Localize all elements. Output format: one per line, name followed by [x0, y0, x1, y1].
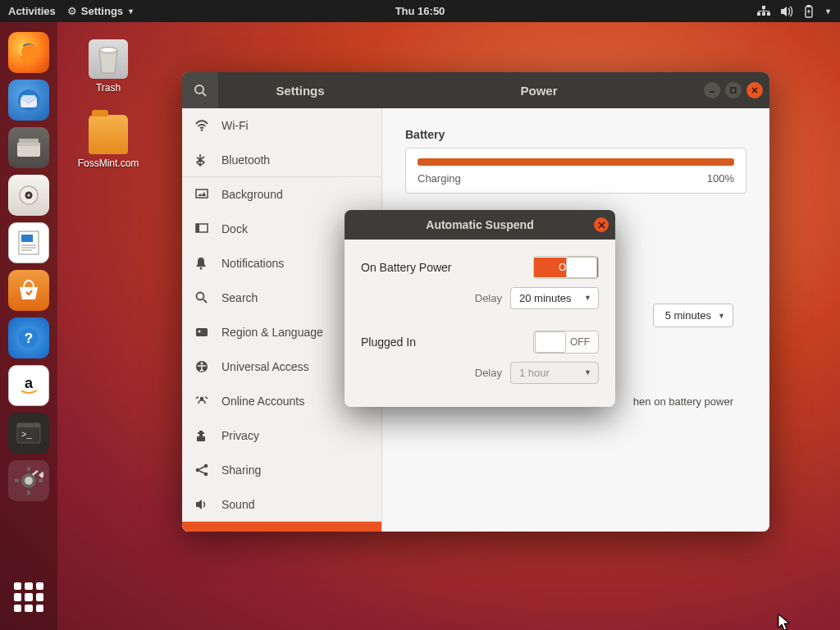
svg-rect-45: [196, 189, 208, 198]
sound-icon: [195, 499, 210, 510]
svg-point-54: [201, 362, 203, 364]
gear-icon: ⚙: [67, 5, 77, 17]
launcher-files[interactable]: [8, 127, 49, 168]
svg-text:a: a: [25, 375, 34, 391]
launcher-thunderbird[interactable]: [8, 80, 49, 121]
svg-rect-7: [769, 11, 769, 13]
volume-icon[interactable]: [780, 6, 793, 17]
battery-icon[interactable]: [803, 5, 815, 18]
battery-status: Charging: [418, 172, 461, 185]
battery-delay-select[interactable]: 20 minutes: [510, 287, 599, 309]
sidebar-item-privacy[interactable]: Privacy: [182, 418, 381, 453]
svg-rect-19: [21, 235, 33, 242]
svg-point-59: [196, 468, 200, 472]
trash-icon: [89, 39, 128, 79]
top-bar: Activities ⚙ Settings ▼ Thu 16:50 ▼: [0, 0, 840, 22]
accessibility-icon: [195, 360, 210, 373]
switch-knob: [566, 257, 597, 278]
battery-switch[interactable]: ON: [533, 256, 599, 279]
svg-point-44: [201, 129, 203, 130]
launcher-writer[interactable]: [8, 222, 49, 263]
launcher-settings[interactable]: [8, 460, 49, 501]
suspend-label-partial[interactable]: hen on battery power: [633, 395, 733, 408]
online-accounts-icon: [195, 395, 210, 407]
svg-point-49: [197, 293, 204, 300]
svg-rect-0: [762, 6, 765, 9]
sidebar-item-background[interactable]: Background: [182, 177, 381, 212]
sidebar-item-label: Sound: [221, 498, 254, 511]
launcher-terminal[interactable]: >_: [8, 413, 49, 454]
sidebar-item-label: Notifications: [221, 257, 284, 270]
dialog-close-button[interactable]: [594, 217, 609, 232]
minimize-button[interactable]: [704, 82, 720, 98]
sidebar-item-label: Region & Language: [221, 326, 323, 339]
background-icon: [195, 189, 210, 200]
mouse-cursor: [778, 614, 791, 630]
privacy-icon: [195, 429, 210, 442]
clock[interactable]: Thu 16:50: [395, 5, 445, 17]
plugged-in-label: Plugged In: [361, 336, 416, 349]
blank-screen-select[interactable]: 5 minutes: [653, 304, 733, 327]
titlebar[interactable]: Settings Power: [182, 72, 769, 108]
sidebar-item-wifi[interactable]: Wi-Fi: [182, 108, 381, 143]
close-button[interactable]: [746, 82, 763, 98]
svg-point-52: [199, 330, 201, 332]
sidebar-item-label: Search: [221, 291, 258, 304]
svg-rect-14: [17, 143, 40, 146]
region-icon: [195, 327, 210, 337]
desktop-icon-label: FossMint.com: [75, 158, 141, 169]
svg-line-50: [203, 299, 207, 303]
svg-point-55: [200, 396, 204, 400]
svg-rect-5: [759, 11, 769, 11]
switch-knob: [535, 331, 566, 353]
titlebar-subtitle: Settings: [218, 84, 382, 98]
activities-button[interactable]: Activities: [8, 5, 56, 17]
dialog-titlebar[interactable]: Automatic Suspend: [345, 210, 615, 240]
battery-card: Charging 100%: [405, 148, 746, 194]
status-menu-chevron[interactable]: ▼: [824, 7, 832, 16]
maximize-button[interactable]: [725, 82, 742, 98]
battery-progress-fill: [418, 158, 734, 166]
svg-rect-47: [196, 224, 199, 232]
launcher-amazon[interactable]: a: [8, 365, 49, 406]
svg-rect-33: [27, 491, 30, 495]
svg-text:?: ?: [25, 331, 33, 346]
launcher-software[interactable]: [8, 270, 49, 311]
launcher-rhythmbox[interactable]: [8, 175, 49, 216]
sidebar-item-label: Sharing: [221, 463, 261, 477]
svg-rect-41: [731, 88, 736, 93]
svg-rect-9: [808, 5, 810, 7]
sidebar-item-sharing[interactable]: Sharing: [182, 453, 381, 487]
sidebar-item-label: Bluetooth: [221, 153, 270, 167]
sidebar-item-sound[interactable]: Sound: [182, 487, 381, 522]
chevron-down-icon: ▼: [127, 7, 135, 16]
svg-rect-51: [196, 328, 208, 336]
svg-point-37: [103, 48, 113, 52]
sidebar-item-label: Online Accounts: [221, 395, 304, 408]
folder-icon: [89, 115, 128, 154]
desktop-icon-trash[interactable]: Trash: [75, 39, 141, 94]
network-icon[interactable]: [757, 6, 770, 17]
search-button[interactable]: [182, 72, 218, 108]
sidebar-item-power[interactable]: Power: [182, 522, 381, 532]
launcher-help[interactable]: ?: [8, 317, 49, 358]
svg-point-48: [200, 267, 203, 269]
svg-rect-34: [15, 479, 19, 482]
dialog-title: Automatic Suspend: [426, 218, 533, 231]
svg-rect-31: [32, 470, 39, 476]
battery-percentage: 100%: [707, 172, 734, 185]
show-applications[interactable]: [14, 582, 43, 612]
svg-rect-32: [27, 467, 30, 471]
share-icon: [195, 463, 210, 477]
sidebar-item-bluetooth[interactable]: Bluetooth: [182, 143, 381, 177]
app-menu[interactable]: ⚙ Settings ▼: [67, 5, 135, 17]
plugged-delay-select: 1 hour: [510, 362, 599, 384]
desktop-icon-label: Trash: [75, 82, 141, 94]
plugged-switch[interactable]: OFF: [533, 331, 599, 354]
battery-delay-label: Delay: [475, 292, 502, 304]
desktop-icon-folder[interactable]: FossMint.com: [75, 115, 141, 169]
launcher-firefox[interactable]: [8, 32, 49, 73]
sidebar-item-label: Wi-Fi: [221, 119, 249, 132]
svg-line-39: [203, 93, 206, 96]
sidebar-item-label: Privacy: [221, 429, 259, 442]
